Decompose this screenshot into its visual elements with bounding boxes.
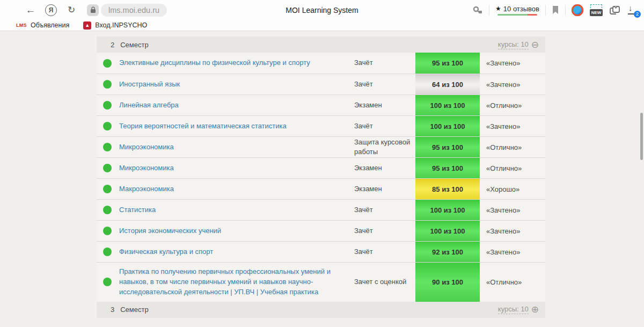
assessment-type: Экзамен: [354, 158, 415, 178]
status-dot-icon: [103, 122, 112, 130]
course-link[interactable]: Практика по получению первичных професси…: [119, 263, 354, 302]
bookmarks-bar: LMS Объявления ▲ Вход.INPSYCHO: [0, 20, 644, 31]
assessment-type: Зачет с оценкой: [354, 263, 415, 302]
assessment-type: Зачёт: [354, 221, 415, 241]
status-dot-icon: [103, 227, 112, 235]
course-row: Макроэкономика Экзамен 85 из 100 «Хорошо…: [97, 178, 545, 199]
grade-text: «Зачтено»: [480, 53, 545, 74]
status-dot-icon: [103, 185, 112, 193]
divider: [489, 5, 489, 16]
grade-text: «Зачтено»: [480, 221, 545, 241]
course-row: Элективные дисциплины по физической куль…: [97, 53, 545, 74]
score-badge: 100 из 100: [415, 221, 480, 241]
assessment-type: Зачёт: [354, 116, 415, 136]
status-dot-icon: [103, 164, 112, 172]
toolbar-right: ★ 10 отзывов NEW ↓ 2: [472, 4, 644, 16]
assessment-type: Зачёт: [354, 74, 415, 95]
lms-favicon: LMS: [16, 23, 27, 28]
score-badge: 85 из 100: [415, 179, 480, 199]
assessment-type: Экзамен: [354, 95, 415, 115]
score-badge: 95 из 100: [415, 158, 480, 178]
semester-2-header: 2 Семестр курсы: 10 ⊖: [97, 37, 545, 53]
bookmark-inpsycho[interactable]: ▲ Вход.INPSYCHO: [83, 21, 147, 30]
semester-number: 3: [111, 306, 114, 314]
collections-icon[interactable]: [609, 5, 621, 15]
new-tab-collections-icon[interactable]: NEW: [589, 4, 603, 16]
grade-text: «Зачтено»: [480, 242, 545, 262]
lms-page: 2 Семестр курсы: 10 ⊖ Элективные дисципл…: [0, 31, 644, 326]
score-badge: 95 из 100: [415, 137, 480, 157]
course-link[interactable]: Макроэкономика: [119, 179, 354, 199]
expand-icon[interactable]: ⊕: [531, 305, 539, 314]
course-link[interactable]: Иностранный язык: [119, 74, 354, 95]
score-badge: 100 из 100: [415, 95, 480, 115]
course-row: История экономических учений Зачёт 100 и…: [97, 220, 545, 241]
course-row: Физическая культура и спорт Зачёт 92 из …: [97, 241, 545, 262]
password-manager-icon[interactable]: [472, 5, 483, 15]
course-link[interactable]: Линейная алгебра: [119, 95, 354, 115]
grade-text: «Отлично»: [480, 137, 545, 157]
status-dot-icon: [103, 101, 112, 110]
semester-number: 2: [111, 41, 114, 49]
star-icon: ★: [495, 5, 501, 12]
address-bar[interactable]: lms.moi.edu.ru: [101, 4, 167, 17]
bookmark-lms[interactable]: LMS Объявления: [16, 21, 69, 29]
course-link[interactable]: Элективные дисциплины по физической куль…: [119, 53, 354, 74]
course-row: Теория вероятностей и математическая ста…: [97, 115, 545, 136]
browser-chrome: ← Я ↻ lms.moi.edu.ru MOI Learning System…: [0, 0, 644, 31]
course-link[interactable]: История экономических учений: [119, 221, 354, 241]
course-link[interactable]: Физическая культура и спорт: [119, 242, 354, 262]
status-dot-icon: [103, 248, 112, 256]
grade-text: «Отлично»: [480, 263, 545, 302]
course-link[interactable]: Микроэкономика: [119, 158, 354, 178]
grade-text: «Зачтено»: [480, 200, 545, 220]
status-dot-icon: [103, 206, 112, 214]
course-row: Статистика Зачёт 100 из 100 «Зачтено»: [97, 199, 545, 220]
course-link[interactable]: Теория вероятностей и математическая ста…: [119, 116, 354, 136]
course-row: Микроэкономика Экзамен 95 из 100 «Отличн…: [97, 157, 545, 178]
courses-count-link[interactable]: курсы: 10: [498, 40, 529, 49]
score-badge: 64 из 100: [415, 74, 480, 95]
inpsycho-favicon: ▲: [83, 21, 91, 30]
grade-text: «Отлично»: [480, 158, 545, 178]
semester-label: Семестр: [120, 41, 148, 49]
divider: [545, 5, 546, 16]
bookmark-label: Вход.INPSYCHO: [95, 21, 147, 29]
yandex-icon[interactable]: Я: [45, 4, 57, 16]
courses-count-link[interactable]: курсы: 10: [498, 305, 529, 314]
course-link[interactable]: Микроэкономика: [119, 137, 354, 157]
extension-icon[interactable]: [572, 4, 583, 16]
site-reviews[interactable]: ★ 10 отзывов: [495, 5, 539, 16]
bookmark-label: Объявления: [31, 21, 69, 29]
assessment-type: Экзамен: [354, 179, 415, 199]
course-row: Микроэкономика Защита курсовой работы 95…: [97, 136, 545, 157]
grade-text: «Зачтено»: [480, 116, 545, 136]
course-table-body: Элективные дисциплины по физической куль…: [97, 53, 545, 302]
grade-text: «Отлично»: [480, 95, 545, 115]
course-row: Иностранный язык Зачёт 64 из 100 «Зачтен…: [97, 74, 545, 95]
browser-toolbar: ← Я ↻ lms.moi.edu.ru MOI Learning System…: [0, 0, 644, 20]
course-row: Линейная алгебра Экзамен 100 из 100 «Отл…: [97, 95, 545, 115]
score-badge: 100 из 100: [415, 200, 480, 220]
refresh-button[interactable]: ↻: [64, 3, 78, 17]
grade-text: «Зачтено»: [480, 74, 545, 95]
status-dot-icon: [103, 143, 112, 151]
semester-3-header: 3 Семестр курсы: 10 ⊕: [97, 302, 545, 318]
bookmark-icon[interactable]: [552, 5, 559, 14]
course-row: Практика по получению первичных професси…: [97, 262, 545, 302]
score-badge: 90 из 100: [415, 263, 480, 302]
downloads-icon[interactable]: ↓ 2: [627, 4, 639, 16]
scrollbar-thumb[interactable]: [640, 113, 643, 160]
status-dot-icon: [103, 278, 112, 286]
downloads-count-badge: 2: [634, 11, 641, 18]
collapse-icon[interactable]: ⊖: [531, 40, 539, 49]
lock-icon[interactable]: [87, 4, 99, 16]
score-badge: 92 из 100: [415, 242, 480, 262]
divider: [565, 5, 566, 16]
score-badge: 100 из 100: [415, 116, 480, 136]
semester-label: Семестр: [120, 306, 148, 314]
course-link[interactable]: Статистика: [119, 200, 354, 220]
back-button[interactable]: ←: [24, 3, 38, 17]
rating-bar: [497, 14, 537, 16]
grade-text: «Хорошо»: [480, 179, 545, 199]
